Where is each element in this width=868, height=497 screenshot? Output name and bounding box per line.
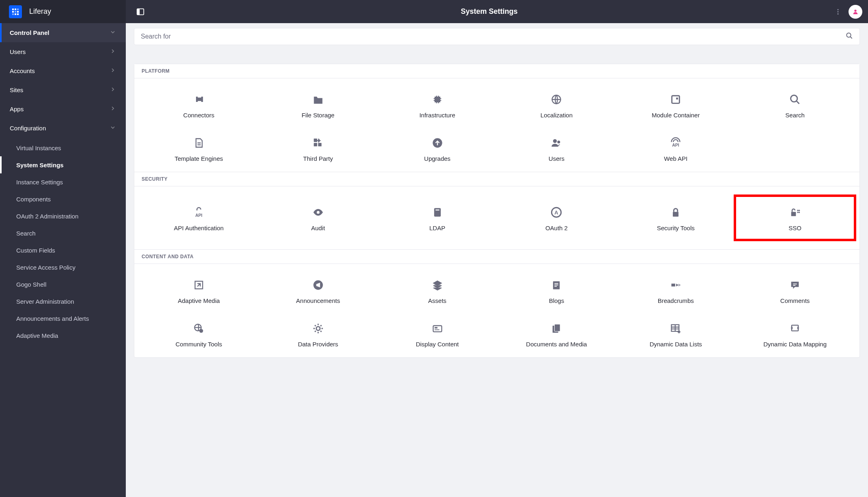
user-avatar-button[interactable] bbox=[849, 5, 862, 19]
search-input[interactable] bbox=[141, 33, 846, 40]
tile-label: OAuth 2 bbox=[545, 225, 568, 231]
sidebar-item-oauth2-admin[interactable]: OAuth 2 Administration bbox=[0, 207, 126, 225]
sub-item-label: Search bbox=[16, 230, 36, 237]
panel-toggle-button[interactable] bbox=[133, 4, 148, 19]
tile-third-party[interactable]: Third Party bbox=[258, 132, 378, 165]
search-bar[interactable] bbox=[134, 28, 860, 45]
tile-announcements[interactable]: Announcements bbox=[258, 274, 378, 307]
folder-icon bbox=[310, 91, 326, 108]
nav-label: Apps bbox=[10, 106, 24, 112]
tile-security-tools[interactable]: Security Tools bbox=[616, 201, 735, 235]
tile-api-authentication[interactable]: API Authentication bbox=[139, 201, 258, 235]
tile-display-content[interactable]: Display Content bbox=[378, 317, 497, 351]
chip-icon bbox=[429, 91, 446, 108]
brand-bar[interactable]: Liferay bbox=[0, 0, 126, 23]
tile-label: Connectors bbox=[183, 112, 215, 119]
sidebar-item-gogo-shell[interactable]: Gogo Shell bbox=[0, 276, 126, 293]
sidebar-item-server-admin[interactable]: Server Administration bbox=[0, 293, 126, 310]
tile-label: Blogs bbox=[549, 297, 564, 304]
tile-label: Data Providers bbox=[298, 341, 338, 348]
tile-adaptive-media[interactable]: Adaptive Media bbox=[139, 274, 258, 307]
sidebar-item-announcements-alerts[interactable]: Announcements and Alerts bbox=[0, 310, 126, 327]
configuration-sub-items: Virtual Instances System Settings Instan… bbox=[0, 138, 126, 346]
tile-assets[interactable]: Assets bbox=[378, 274, 497, 307]
tile-label: Dynamic Data Mapping bbox=[763, 341, 827, 348]
sub-item-label: Adaptive Media bbox=[16, 332, 58, 339]
sidebar-item-virtual-instances[interactable]: Virtual Instances bbox=[0, 139, 126, 156]
sidebar-item-service-access-policy[interactable]: Service Access Policy bbox=[0, 259, 126, 276]
table-plus-icon bbox=[668, 320, 684, 337]
sidebar-item-adaptive-media[interactable]: Adaptive Media bbox=[0, 327, 126, 344]
tile-web-api[interactable]: Web API bbox=[616, 132, 735, 165]
tile-connectors[interactable]: Connectors bbox=[139, 88, 258, 122]
tile-comments[interactable]: Comments bbox=[735, 274, 855, 307]
tile-label: Breadcrumbs bbox=[658, 297, 694, 304]
sidebar-item-components[interactable]: Components bbox=[0, 190, 126, 207]
tile-label: Upgrades bbox=[424, 155, 450, 162]
nav-sites[interactable]: Sites bbox=[0, 80, 126, 99]
settings-panel: PLATFORM Connectors File Storage Infrast… bbox=[134, 64, 860, 358]
nav-users[interactable]: Users bbox=[0, 42, 126, 61]
tile-label: LDAP bbox=[429, 225, 445, 231]
tile-upgrades[interactable]: Upgrades bbox=[378, 132, 497, 165]
nav-configuration[interactable]: Configuration bbox=[0, 119, 126, 138]
tile-module-container[interactable]: Module Container bbox=[616, 88, 735, 122]
tile-infrastructure[interactable]: Infrastructure bbox=[378, 88, 497, 122]
tile-ldap[interactable]: LDAP bbox=[378, 201, 497, 235]
tile-search[interactable]: Search bbox=[735, 88, 855, 122]
tile-dynamic-data-lists[interactable]: Dynamic Data Lists bbox=[616, 317, 735, 351]
nav-label: Control Panel bbox=[10, 29, 50, 36]
nav-accounts[interactable]: Accounts bbox=[0, 61, 126, 80]
group-header-security: SECURITY bbox=[134, 172, 859, 186]
tile-label: Users bbox=[549, 155, 564, 162]
tile-community-tools[interactable]: Community Tools bbox=[139, 317, 258, 351]
tile-localization[interactable]: Localization bbox=[497, 88, 616, 122]
tile-dynamic-data-mapping[interactable]: Dynamic Data Mapping bbox=[735, 317, 855, 351]
tile-label: Assets bbox=[428, 297, 446, 304]
lock-api-icon bbox=[191, 204, 207, 220]
tile-template-engines[interactable]: Template Engines bbox=[139, 132, 258, 165]
globe-gear-icon bbox=[191, 320, 207, 337]
nav-control-panel[interactable]: Control Panel bbox=[0, 23, 126, 42]
tile-blogs[interactable]: Blogs bbox=[497, 274, 616, 307]
nav-label: Configuration bbox=[10, 125, 46, 132]
lock-icon bbox=[668, 204, 684, 220]
megaphone-icon bbox=[310, 277, 326, 293]
tile-label: Template Engines bbox=[174, 155, 223, 162]
tile-file-storage[interactable]: File Storage bbox=[258, 88, 378, 122]
sidebar-item-custom-fields[interactable]: Custom Fields bbox=[0, 242, 126, 259]
upload-icon bbox=[429, 135, 446, 151]
chevron-right-icon bbox=[110, 48, 116, 56]
tile-label: Dynamic Data Lists bbox=[650, 341, 702, 348]
plug-icon bbox=[191, 91, 207, 108]
tile-label: Display Content bbox=[416, 341, 459, 348]
nav-label: Sites bbox=[10, 86, 23, 93]
kebab-menu-button[interactable] bbox=[831, 4, 845, 19]
sidebar-item-instance-settings[interactable]: Instance Settings bbox=[0, 173, 126, 190]
nav-apps[interactable]: Apps bbox=[0, 99, 126, 119]
users-icon bbox=[548, 135, 564, 151]
tile-documents-media[interactable]: Documents and Media bbox=[497, 317, 616, 351]
security-grid: API Authentication Audit LDAP OAuth 2 Se… bbox=[134, 186, 859, 249]
chevron-down-icon bbox=[110, 29, 116, 37]
web-api-icon bbox=[668, 135, 684, 151]
tile-audit[interactable]: Audit bbox=[258, 201, 378, 235]
sidebar-item-system-settings[interactable]: System Settings bbox=[0, 156, 126, 173]
content-grid: Adaptive Media Announcements Assets Blog… bbox=[134, 264, 859, 357]
tile-label: Documents and Media bbox=[526, 341, 587, 348]
tile-breadcrumbs[interactable]: Breadcrumbs bbox=[616, 274, 735, 307]
liferay-logo-icon bbox=[9, 5, 22, 18]
tile-label: Localization bbox=[541, 112, 573, 119]
breadcrumb-icon bbox=[668, 277, 684, 293]
sidebar-item-search[interactable]: Search bbox=[0, 225, 126, 242]
tile-sso[interactable]: SSO bbox=[735, 196, 855, 240]
tile-users[interactable]: Users bbox=[497, 132, 616, 165]
tile-data-providers[interactable]: Data Providers bbox=[258, 317, 378, 351]
page-title: System Settings bbox=[153, 7, 826, 16]
sub-item-label: Gogo Shell bbox=[16, 281, 46, 288]
tile-label: Security Tools bbox=[657, 225, 695, 231]
search-icon bbox=[846, 32, 853, 41]
group-header-platform: PLATFORM bbox=[134, 64, 859, 78]
tile-oauth2[interactable]: OAuth 2 bbox=[497, 201, 616, 235]
platform-grid: Connectors File Storage Infrastructure L… bbox=[134, 78, 859, 172]
